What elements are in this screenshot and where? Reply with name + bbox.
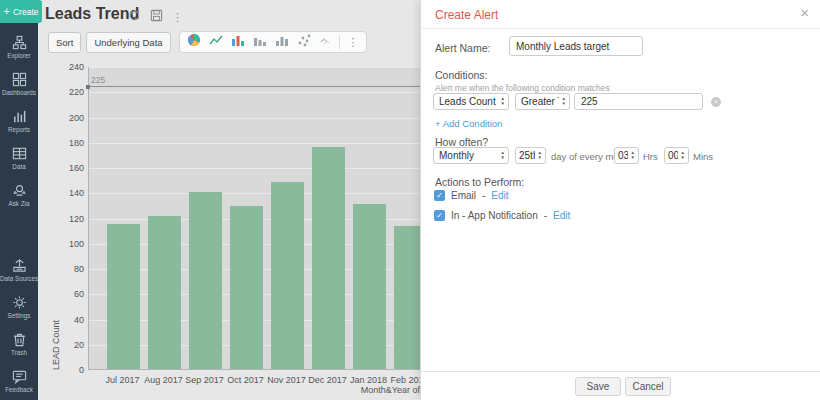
y-tick-label: 180 bbox=[52, 138, 84, 148]
gridline bbox=[89, 143, 420, 144]
stepper-icon: ▲▼ bbox=[681, 151, 685, 160]
condition-operator-value: Greater Than bbox=[521, 96, 559, 107]
create-button[interactable]: + Create bbox=[0, 0, 42, 23]
create-alert-dialog: Create Alert × Alert Name: Conditions: A… bbox=[420, 0, 820, 400]
reports-icon bbox=[12, 109, 27, 124]
action-label: Email bbox=[451, 190, 476, 201]
create-button-label: Create bbox=[13, 7, 39, 17]
x-axis-title: Month&Year of bbox=[300, 385, 420, 395]
inapp-checkbox[interactable]: ✓ bbox=[434, 210, 445, 221]
inapp-edit-link[interactable]: Edit bbox=[553, 210, 570, 221]
frequency-select[interactable]: Monthly ▲▼ bbox=[433, 147, 509, 164]
check-icon: ✓ bbox=[436, 191, 443, 200]
conditions-label: Conditions: bbox=[435, 69, 488, 81]
data-icon bbox=[12, 146, 27, 161]
close-icon[interactable]: × bbox=[800, 4, 809, 22]
action-separator: - bbox=[482, 190, 485, 201]
gridline bbox=[89, 67, 420, 68]
pie-chart-icon[interactable] bbox=[187, 33, 201, 51]
stacked-bar-icon[interactable] bbox=[253, 33, 267, 51]
alert-name-label: Alert Name: bbox=[435, 42, 490, 54]
alert-name-input[interactable] bbox=[509, 36, 643, 56]
stepper-icon: ▲▼ bbox=[538, 151, 542, 160]
explorer-icon bbox=[12, 35, 27, 50]
minute-value: 00 bbox=[668, 150, 678, 161]
sidebar-item-ask-zia[interactable]: Ask Zia bbox=[0, 176, 38, 213]
divider bbox=[421, 371, 820, 372]
stepper-icon: ▲▼ bbox=[631, 151, 635, 160]
y-tick-label: 20 bbox=[52, 340, 84, 350]
sidebar-item-reports[interactable]: Reports bbox=[0, 102, 38, 139]
threshold-marker bbox=[86, 85, 90, 89]
chart-options-kebab-icon[interactable]: ⋮ bbox=[348, 37, 359, 48]
bar[interactable] bbox=[312, 147, 345, 369]
condition-field-select[interactable]: Leads Count ▲▼ bbox=[433, 93, 509, 110]
refresh-icon[interactable] bbox=[128, 8, 141, 26]
day-select[interactable]: 25th ▲▼ bbox=[515, 147, 546, 164]
action-row-inapp: ✓ In - App Notification - Edit bbox=[434, 210, 570, 221]
y-tick-label: 0 bbox=[52, 365, 84, 375]
bar[interactable] bbox=[189, 192, 222, 369]
settings-icon bbox=[12, 295, 27, 310]
kebab-icon[interactable]: ⋮ bbox=[172, 12, 183, 23]
more-chart-types-icon[interactable] bbox=[319, 33, 331, 51]
bar[interactable] bbox=[230, 206, 263, 369]
sidebar-item-explorer[interactable]: Explorer bbox=[0, 28, 38, 65]
sidebar-item-label: Dashboards bbox=[2, 89, 36, 96]
sidebar-nav-bottom: Data SourcesSettingsTrashFeedback bbox=[0, 251, 38, 399]
y-tick-label: 60 bbox=[52, 289, 84, 299]
cancel-button[interactable]: Cancel bbox=[625, 377, 671, 396]
action-row-email: ✓ Email - Edit bbox=[434, 190, 509, 201]
sidebar-item-data[interactable]: Data bbox=[0, 139, 38, 176]
page-title: Leads Trend bbox=[45, 5, 139, 23]
y-tick-label: 80 bbox=[52, 264, 84, 274]
sidebar: + Create ExplorerDashboardsReportsDataAs… bbox=[0, 0, 38, 400]
threshold-line bbox=[88, 86, 420, 87]
sidebar-item-label: Data bbox=[12, 163, 25, 170]
sidebar-item-data-sources[interactable]: Data Sources bbox=[0, 251, 38, 288]
sidebar-item-feedback[interactable]: Feedback bbox=[0, 362, 38, 399]
bar[interactable] bbox=[353, 204, 386, 369]
sidebar-item-label: Settings bbox=[8, 312, 31, 319]
hour-value: 03 bbox=[618, 150, 628, 161]
scatter-chart-icon[interactable] bbox=[297, 33, 311, 51]
condition-value-input[interactable] bbox=[574, 93, 703, 110]
bar[interactable] bbox=[271, 182, 304, 369]
email-edit-link[interactable]: Edit bbox=[491, 190, 508, 201]
gridline bbox=[89, 92, 420, 93]
sidebar-item-label: Explorer bbox=[7, 52, 30, 59]
save-icon[interactable] bbox=[150, 8, 163, 26]
actions-label: Actions to Perform: bbox=[435, 176, 524, 188]
bar[interactable] bbox=[107, 224, 140, 369]
bar-chart-plot bbox=[88, 67, 420, 370]
sort-button[interactable]: Sort bbox=[48, 32, 81, 53]
feedback-icon bbox=[12, 369, 27, 384]
ask-zia-icon bbox=[12, 183, 27, 198]
bar[interactable] bbox=[394, 226, 420, 369]
day-value: 25th bbox=[519, 150, 535, 161]
y-tick-label: 160 bbox=[52, 163, 84, 173]
save-button[interactable]: Save bbox=[575, 377, 621, 396]
y-tick-label: 240 bbox=[52, 62, 84, 72]
email-checkbox[interactable]: ✓ bbox=[434, 190, 445, 201]
dashboards-icon bbox=[12, 72, 27, 87]
condition-operator-select[interactable]: Greater Than ▲▼ bbox=[515, 93, 570, 110]
sidebar-item-trash[interactable]: Trash bbox=[0, 325, 38, 362]
y-tick-label: 220 bbox=[52, 87, 84, 97]
sidebar-item-dashboards[interactable]: Dashboards bbox=[0, 65, 38, 102]
y-tick-label: 200 bbox=[52, 113, 84, 123]
sidebar-item-label: Feedback bbox=[5, 386, 33, 393]
underlying-data-button[interactable]: Underlying Data bbox=[86, 32, 170, 53]
remove-condition-icon[interactable]: × bbox=[711, 97, 721, 107]
hour-select[interactable]: 03 ▲▼ bbox=[614, 147, 639, 164]
chart-toolbar: Sort Underlying Data bbox=[48, 31, 367, 53]
bar-chart-alt-icon[interactable] bbox=[275, 33, 289, 51]
line-chart-icon[interactable] bbox=[209, 33, 223, 51]
bar-chart-icon[interactable] bbox=[231, 33, 245, 51]
action-label: In - App Notification bbox=[451, 210, 538, 221]
bar[interactable] bbox=[148, 216, 181, 369]
dialog-title: Create Alert bbox=[435, 8, 498, 22]
sidebar-item-settings[interactable]: Settings bbox=[0, 288, 38, 325]
minute-select[interactable]: 00 ▲▼ bbox=[664, 147, 689, 164]
add-condition-link[interactable]: + Add Condition bbox=[435, 118, 502, 129]
